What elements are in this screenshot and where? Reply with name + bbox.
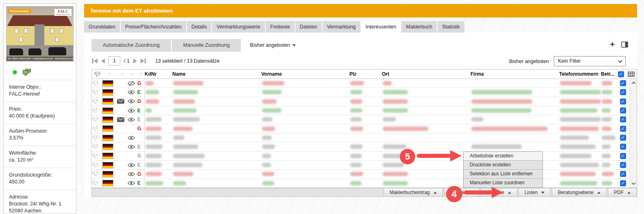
tab-vermarktungswerte[interactable]: Vermarktungswerte [212, 21, 265, 33]
filter-select[interactable]: Kein Filter [554, 56, 626, 66]
row-select-icon[interactable] [92, 97, 102, 106]
table-row[interactable]: E✓ [92, 106, 630, 115]
eye-icon[interactable] [128, 142, 137, 151]
scroll-down-button[interactable] [630, 181, 637, 188]
redacted-text [173, 172, 193, 176]
tab-maklerbuch[interactable]: Maklerbuch [401, 21, 437, 33]
row-checkbox[interactable]: ✓ [616, 124, 630, 133]
row-checkbox[interactable]: ✓ [616, 142, 630, 151]
eye-icon[interactable] [128, 106, 137, 115]
col-plz[interactable]: Plz [349, 71, 382, 77]
table-row[interactable]: E✓ [92, 179, 630, 188]
eye-icon[interactable] [128, 97, 137, 106]
screens-icon[interactable] [23, 69, 31, 76]
menu-item-druckliste-erstellen[interactable]: Druckliste erstellen [464, 161, 542, 170]
tab-interessenten[interactable]: Interessenten [361, 21, 401, 33]
button-listen[interactable]: Listen [518, 188, 551, 197]
row-select-icon[interactable] [92, 106, 102, 115]
flag [102, 180, 113, 186]
row-checkbox[interactable]: ✓ [616, 106, 630, 115]
tab-dateien[interactable]: Dateien [295, 21, 322, 33]
redacted-cell [145, 179, 172, 188]
row-select-icon[interactable] [92, 88, 102, 96]
row-checkbox[interactable]: ✓ [616, 97, 630, 106]
eye-icon[interactable] [128, 152, 137, 160]
table-row[interactable]: G✓ [92, 97, 630, 106]
tab-freitexte[interactable]: Freitexte [266, 21, 295, 33]
vertical-scrollbar[interactable] [630, 79, 637, 188]
row-checkbox[interactable]: ✓ [616, 133, 630, 142]
table-row[interactable]: E✓ [92, 88, 630, 97]
table-row[interactable]: E✓ [92, 161, 630, 170]
row-select-icon[interactable] [92, 142, 102, 151]
button-maklerbucheintrag[interactable]: Maklerbucheintrag [384, 188, 443, 197]
tab-details[interactable]: Details [187, 21, 211, 33]
col-firma[interactable]: Firma [471, 71, 559, 77]
columns-icon[interactable] [621, 41, 628, 48]
add-icon[interactable]: + [610, 41, 615, 48]
last-page-button[interactable] [141, 59, 146, 63]
row-select-icon[interactable] [92, 133, 102, 142]
row-checkbox[interactable]: ✓ [616, 161, 630, 169]
subtab-bisher-angeboten[interactable]: Bisher angeboten [242, 39, 304, 52]
row-select-icon[interactable] [92, 79, 102, 87]
button-beratungsebene[interactable]: Beratungsebene [552, 188, 607, 197]
column-select-icon[interactable] [92, 72, 102, 77]
tab-grunddaten[interactable]: Grunddaten [84, 21, 120, 33]
eye-icon[interactable] [128, 133, 137, 142]
eye-icon[interactable] [128, 161, 137, 169]
redacted-text [173, 127, 193, 131]
redacted-cell [172, 133, 261, 142]
menu-item-arbeitsliste-erstellen[interactable]: Arbeitsliste erstellen [464, 152, 542, 161]
scroll-up-button[interactable] [630, 79, 637, 86]
row-select-icon[interactable] [92, 124, 102, 133]
col-betreuer[interactable]: Betr... [601, 71, 616, 77]
next-page-button[interactable] [133, 59, 137, 63]
col-vorname[interactable]: Vorname [261, 71, 349, 77]
select-all-checkbox[interactable]: ✓ [616, 71, 626, 77]
prev-page-button[interactable] [101, 59, 105, 63]
row-checkbox[interactable]: ✓ [616, 152, 630, 160]
eye-icon[interactable] [128, 124, 137, 133]
subtab-automatische-zuordnung[interactable]: Automatische Zuordnung [91, 39, 171, 52]
table-row[interactable]: G✓ [92, 124, 630, 133]
tab-vermarktung[interactable]: Vermarktung [323, 21, 360, 33]
table-row[interactable]: G✓ [92, 79, 630, 88]
table-row[interactable]: ✓ [92, 133, 630, 142]
property-photo[interactable]: Provisionsfrei FALC IMMOBILIEN Tel. 0800… [6, 6, 74, 61]
row-select-icon[interactable] [92, 115, 102, 124]
eye-icon[interactable] [128, 179, 137, 188]
row-checkbox[interactable]: ✓ [616, 170, 630, 178]
eye-icon[interactable] [128, 170, 137, 178]
col-ort[interactable]: Ort [382, 71, 471, 77]
eye-icon[interactable] [128, 79, 137, 87]
row-select-icon[interactable] [92, 152, 102, 160]
row-select-icon[interactable] [92, 179, 102, 188]
row-checkbox[interactable]: ✓ [616, 88, 630, 96]
col-kdnr[interactable]: KdNr [145, 71, 172, 77]
tab-statistik[interactable]: Statistik [438, 21, 464, 33]
table-row[interactable]: G✓ [92, 170, 630, 179]
redacted-text [262, 172, 274, 176]
row-checkbox[interactable]: ✓ [616, 179, 630, 188]
eye-icon[interactable] [128, 88, 137, 96]
button-pdf[interactable]: PDF [608, 188, 637, 197]
first-page-button[interactable] [92, 59, 98, 63]
subtab-manuelle-zuordnung[interactable]: Manuelle Zuordnung [172, 39, 241, 52]
eye-icon[interactable] [128, 115, 137, 124]
table-row[interactable]: E✓ [92, 115, 630, 124]
col-telefonnummern[interactable]: Telefonnummern [559, 71, 601, 77]
row-checkbox[interactable]: ✓ [616, 115, 630, 124]
table-settings-icon[interactable] [626, 72, 637, 77]
row-checkbox[interactable]: ✓ [616, 79, 630, 87]
table-row[interactable]: G✓ [92, 152, 630, 161]
tab-preise-fl-chen-anzahlen[interactable]: Preise/Flächen/Anzahlen [121, 21, 186, 33]
table-row[interactable]: E✓ [92, 142, 630, 151]
page-input[interactable]: 1 [108, 56, 120, 66]
mail-icon [117, 179, 128, 188]
row-select-icon[interactable] [92, 161, 102, 169]
menu-item-manueller-liste-zuordnen[interactable]: Manueller Liste zuordnen [464, 179, 542, 188]
menu-item-selektion-aus-liste-entfernen[interactable]: Selektion aus Liste entfernen [464, 170, 542, 179]
col-name[interactable]: Name [172, 71, 261, 77]
row-select-icon[interactable] [92, 170, 102, 178]
